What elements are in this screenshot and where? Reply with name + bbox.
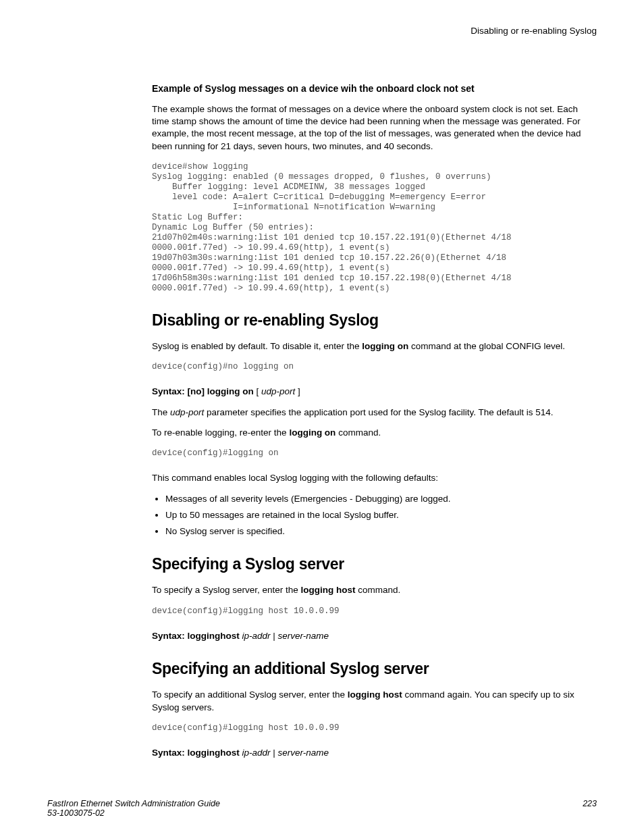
syntax-keyword: Syntax: logginghost bbox=[152, 748, 240, 758]
text-fragment: The bbox=[152, 407, 170, 417]
footer-title: FastIron Ethernet Switch Administration … bbox=[47, 799, 220, 808]
syntax-param: udp-port bbox=[261, 386, 295, 396]
text-fragment: parameter specifies the application port… bbox=[204, 407, 553, 417]
syntax-param: ip-addr bbox=[240, 631, 271, 641]
disabling-para1: Syslog is enabled by default. To disable… bbox=[152, 340, 597, 353]
main-content: Example of Syslog messages on a device w… bbox=[152, 83, 597, 760]
command-name: logging host bbox=[301, 585, 356, 595]
running-header: Disabling or re-enabling Syslog bbox=[47, 26, 597, 36]
heading-syslog-server: Specifying a Syslog server bbox=[152, 555, 597, 573]
example-paragraph: The example shows the format of messages… bbox=[152, 103, 597, 153]
footer-page-number: 223 bbox=[583, 799, 597, 818]
example-heading: Example of Syslog messages on a device w… bbox=[152, 83, 597, 94]
additional-server-para: To specify an additional Syslog server, … bbox=[152, 689, 597, 713]
syntax-line: Syntax: logginghost ip-addr | server-nam… bbox=[152, 747, 597, 760]
syntax-param: server-name bbox=[278, 631, 329, 641]
command-name: logging on bbox=[289, 427, 336, 438]
text-fragment: [ bbox=[254, 386, 261, 396]
text-fragment: command. bbox=[356, 585, 401, 595]
param-name: udp-port bbox=[170, 407, 204, 417]
code-logging-host2: device(config)#logging host 10.0.0.99 bbox=[152, 723, 597, 733]
command-name: logging host bbox=[348, 689, 402, 700]
syntax-line: Syntax: [no] logging on [ udp-port ] bbox=[152, 386, 597, 398]
text-fragment: | bbox=[271, 748, 278, 758]
text-fragment: command. bbox=[336, 427, 381, 438]
syntax-keyword: Syntax: [no] logging on bbox=[152, 386, 254, 396]
syntax-param: server-name bbox=[278, 748, 329, 758]
text-fragment: To specify a Syslog server, enter the bbox=[152, 585, 301, 595]
disabling-para3: To re-enable logging, re-enter the loggi… bbox=[152, 427, 597, 439]
defaults-list: Messages of all severity levels (Emergen… bbox=[152, 493, 597, 538]
page-footer: FastIron Ethernet Switch Administration … bbox=[47, 799, 597, 818]
text-fragment: To re-enable logging, re-enter the bbox=[152, 427, 289, 438]
list-item: Messages of all severity levels (Emergen… bbox=[165, 493, 597, 505]
disabling-para2: The udp-port parameter specifies the app… bbox=[152, 407, 597, 419]
example-code-block: device#show logging Syslog logging: enab… bbox=[152, 162, 597, 294]
command-name: logging on bbox=[362, 341, 408, 351]
text-fragment: To specify an additional Syslog server, … bbox=[152, 689, 348, 700]
text-fragment: Syslog is enabled by default. To disable… bbox=[152, 341, 362, 351]
page: Disabling or re-enabling Syslog Example … bbox=[0, 0, 644, 834]
text-fragment: command at the global CONFIG level. bbox=[408, 341, 565, 351]
list-item: No Syslog server is specified. bbox=[165, 525, 597, 538]
code-no-logging: device(config)#no logging on bbox=[152, 362, 597, 372]
syntax-keyword: Syntax: logginghost bbox=[152, 631, 240, 641]
text-fragment: ] bbox=[295, 386, 300, 396]
heading-disabling: Disabling or re-enabling Syslog bbox=[152, 311, 597, 330]
code-logging-host: device(config)#logging host 10.0.0.99 bbox=[152, 606, 597, 617]
syntax-param: ip-addr bbox=[240, 748, 271, 758]
text-fragment: | bbox=[271, 631, 278, 641]
heading-additional-server: Specifying an additional Syslog server bbox=[152, 660, 597, 678]
footer-docnum: 53-1003075-02 bbox=[47, 808, 220, 818]
syntax-line: Syntax: logginghost ip-addr | server-nam… bbox=[152, 630, 597, 643]
list-item: Up to 50 messages are retained in the lo… bbox=[165, 509, 597, 521]
code-logging-on: device(config)#logging on bbox=[152, 448, 597, 459]
syslog-server-para: To specify a Syslog server, enter the lo… bbox=[152, 584, 597, 596]
disabling-para4: This command enables local Syslog loggin… bbox=[152, 472, 597, 484]
footer-left: FastIron Ethernet Switch Administration … bbox=[47, 799, 220, 818]
